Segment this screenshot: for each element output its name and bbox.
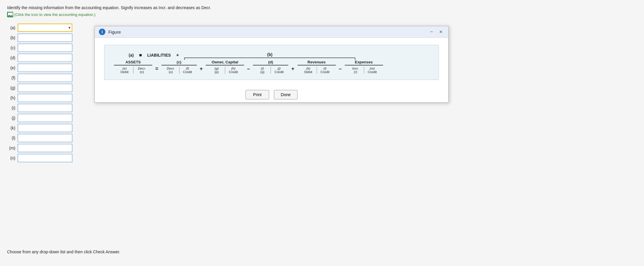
input-m[interactable]: [18, 144, 72, 152]
input-d[interactable]: [18, 54, 72, 62]
label-i: (i): [7, 106, 15, 110]
modal-title: Figure: [108, 29, 121, 35]
input-row-j: (j): [7, 114, 75, 122]
eq-top-eq-sign: ■: [139, 52, 142, 58]
input-row-g: (g): [7, 84, 75, 92]
d-section: (d) (i) (q) (j) Credit: [253, 60, 288, 74]
minus-sign-1: –: [244, 66, 253, 72]
equation-container: (a) ■ LIABILITIES + (b): [104, 45, 439, 80]
modal-footer: Print Done: [95, 86, 448, 102]
label-m: (m): [7, 146, 15, 150]
expenses-subs: Incr. (r) (m) Credit: [347, 67, 380, 74]
input-g[interactable]: [18, 84, 72, 92]
modal-header-left: i Figure: [99, 29, 121, 35]
eq-top-b-label: (b): [267, 52, 272, 57]
input-row-n: (n): [7, 154, 75, 162]
expenses-header: Expenses: [345, 60, 383, 65]
assets-section: ASSETS (e) Debit Decr. (n): [114, 60, 152, 74]
icon-link[interactable]: (Click the icon to view the accounting e…: [7, 12, 637, 17]
modal-header: i Figure − ×: [95, 26, 448, 38]
input-row-c: (c): [7, 44, 75, 52]
input-f[interactable]: [18, 74, 72, 82]
sub-h: (h) Credit: [225, 67, 241, 74]
sub-n: Decr. (n): [133, 67, 150, 74]
label-j: (j): [7, 116, 15, 120]
minus-sign-2: –: [336, 66, 345, 72]
label-n: (n): [7, 156, 15, 160]
d-subs: (i) (q) (j) Credit: [254, 67, 287, 74]
dropdown-wrapper-a[interactable]: Incr. Decr. Debit Credit ▼: [18, 24, 72, 32]
eq-top-plus: +: [176, 52, 179, 58]
print-button[interactable]: Print: [246, 90, 269, 99]
input-row-l: (l): [7, 134, 75, 142]
modal-body: (a) ■ LIABILITIES + (b): [95, 38, 448, 86]
sub-j-label: (j): [277, 67, 280, 70]
sub-l: (l) Credit: [317, 67, 333, 74]
revenues-subs: (k) Debit (l) Credit: [300, 67, 333, 74]
sub-f: (f) Credit: [179, 67, 196, 74]
sub-o-val: (o): [169, 70, 173, 74]
revenues-header: Revenues: [298, 60, 336, 65]
sub-j: (j) Credit: [271, 67, 287, 74]
input-k[interactable]: [18, 124, 72, 132]
sub-h-val: Credit: [229, 70, 238, 74]
eq-sign-1: =: [152, 66, 161, 72]
sub-e-label: (e): [122, 67, 127, 70]
bottom-text: Choose from any drop-down list and then …: [7, 249, 120, 254]
instruction-text: Identify the missing information from th…: [7, 5, 637, 10]
input-row-b: (b): [7, 34, 75, 42]
minimize-button[interactable]: −: [428, 29, 434, 35]
d-header: (d): [253, 60, 288, 65]
assets-header: ASSETS: [114, 60, 152, 65]
input-i[interactable]: [18, 104, 72, 112]
label-a: (a): [7, 25, 15, 30]
input-row-i: (i): [7, 104, 75, 112]
sub-l-label: (l): [323, 67, 326, 70]
brace-line: [184, 58, 355, 58]
input-c[interactable]: [18, 44, 72, 52]
input-j[interactable]: [18, 114, 72, 122]
sub-r-label: Incr.: [352, 67, 359, 70]
input-row-m: (m): [7, 144, 75, 152]
eq-top-a: (a): [129, 53, 134, 58]
sub-i: (i) (q): [254, 67, 271, 74]
input-l[interactable]: [18, 134, 72, 142]
plus-sign-1: +: [197, 66, 206, 72]
c-header: (c): [161, 60, 197, 65]
sub-m-label: (m): [370, 67, 375, 70]
sub-n-val: (n): [140, 70, 144, 74]
owner-capital-section: Owner, Capital (g) (p) (h) Credit: [206, 60, 244, 74]
input-n[interactable]: [18, 154, 72, 162]
assets-subs: (e) Debit Decr. (n): [116, 67, 150, 74]
done-button[interactable]: Done: [274, 90, 298, 99]
eq-b-section: (b): [184, 52, 355, 58]
icon-link-text: (Click the icon to view the accounting e…: [14, 12, 95, 17]
label-g: (g): [7, 86, 15, 90]
sub-k-label: (k): [306, 67, 310, 70]
input-h[interactable]: [18, 94, 72, 102]
label-d: (d): [7, 55, 15, 60]
c-section: (c) Decr. (o) (f) Credit: [161, 60, 197, 74]
label-c: (c): [7, 45, 15, 50]
expenses-section: Expenses Incr. (r) (m) Credit: [345, 60, 383, 74]
close-button[interactable]: ×: [437, 29, 444, 35]
sub-o: Decr. (o): [163, 67, 179, 74]
sub-g-val: (p): [215, 70, 219, 74]
info-icon: i: [99, 29, 105, 35]
dropdown-a[interactable]: Incr. Decr. Debit Credit: [18, 24, 72, 32]
sub-j-val: Credit: [274, 70, 284, 74]
plus-sign-2: +: [288, 66, 298, 72]
c-subs: Decr. (o) (f) Credit: [163, 67, 196, 74]
input-e[interactable]: [18, 64, 72, 72]
figure-modal: i Figure − × (a) ■ LIABILITIES + (b): [94, 26, 449, 103]
sub-f-val: Credit: [183, 70, 192, 74]
label-h: (h): [7, 96, 15, 100]
eq-top-liabilities: LIABILITIES: [147, 53, 171, 58]
input-b[interactable]: [18, 34, 72, 42]
label-b: (b): [7, 35, 15, 40]
sub-k-val: Debit: [304, 70, 312, 74]
sub-e: (e) Debit: [116, 67, 133, 74]
sub-m-val: Credit: [368, 70, 377, 74]
input-row-h: (h): [7, 94, 75, 102]
owner-capital-subs: (g) (p) (h) Credit: [208, 67, 241, 74]
